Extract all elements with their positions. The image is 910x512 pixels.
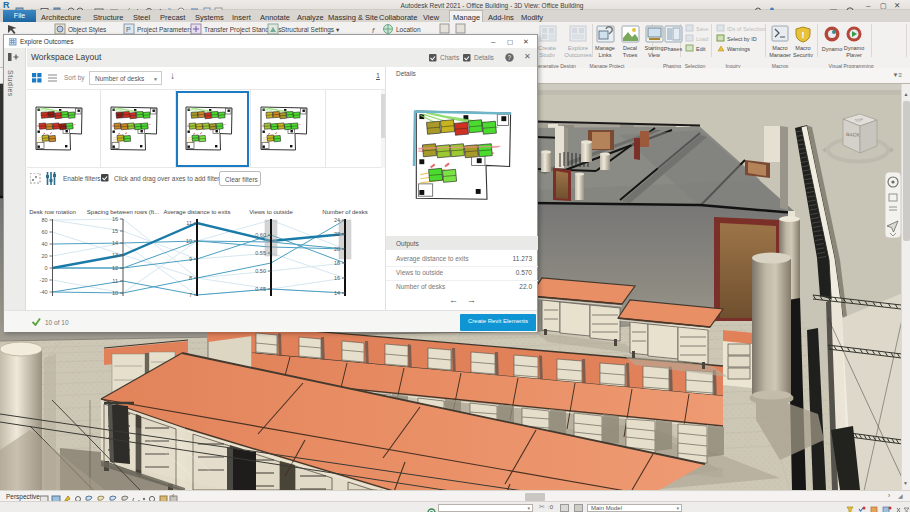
svg-text:Spacing between rows (ft...: Spacing between rows (ft... bbox=[87, 209, 160, 215]
svg-text:Desk row rotation: Desk row rotation bbox=[29, 209, 76, 215]
svg-text:-20: -20 bbox=[40, 277, 48, 283]
svg-text:Structural Settings ▾: Structural Settings ▾ bbox=[281, 26, 340, 34]
svg-text:0.60: 0.60 bbox=[255, 232, 266, 238]
svg-text:-40: -40 bbox=[40, 289, 48, 295]
svg-text:Edit: Edit bbox=[696, 46, 706, 52]
svg-text:16: 16 bbox=[334, 275, 340, 281]
svg-text:Phases: Phases bbox=[664, 46, 683, 52]
svg-text:20: 20 bbox=[41, 253, 47, 259]
svg-text:Create: Create bbox=[538, 45, 557, 51]
svg-text:14: 14 bbox=[112, 240, 118, 246]
svg-text:P: P bbox=[126, 26, 131, 33]
svg-text:Save: Save bbox=[696, 26, 709, 32]
svg-text:10: 10 bbox=[112, 290, 118, 296]
svg-text:Dynamo: Dynamo bbox=[822, 46, 842, 52]
svg-text:Manage: Manage bbox=[595, 45, 615, 51]
svg-text:9: 9 bbox=[189, 256, 192, 262]
svg-text:80: 80 bbox=[41, 217, 47, 223]
svg-text:Dynamo: Dynamo bbox=[844, 45, 864, 51]
svg-text:Average distance to exits: Average distance to exits bbox=[164, 209, 231, 215]
svg-text:Decal: Decal bbox=[623, 45, 637, 51]
svg-text:0.55: 0.55 bbox=[255, 250, 266, 256]
svg-text:Warnings: Warnings bbox=[727, 46, 750, 52]
svg-text:18: 18 bbox=[334, 260, 340, 266]
svg-text:0.50: 0.50 bbox=[255, 268, 266, 274]
svg-text:13: 13 bbox=[112, 252, 118, 258]
svg-text:IDs of Selection: IDs of Selection bbox=[727, 26, 766, 32]
svg-text:Starting: Starting bbox=[645, 45, 664, 51]
svg-text:0.45: 0.45 bbox=[255, 286, 266, 292]
svg-text:60: 60 bbox=[41, 229, 47, 235]
svg-text:Load: Load bbox=[696, 36, 708, 42]
svg-text:Select by ID: Select by ID bbox=[727, 36, 757, 42]
svg-text:Views to outside: Views to outside bbox=[249, 209, 293, 215]
svg-text:Macro: Macro bbox=[795, 45, 810, 51]
svg-text:8: 8 bbox=[189, 275, 192, 281]
svg-text:22: 22 bbox=[334, 231, 340, 237]
svg-text:16: 16 bbox=[112, 216, 118, 222]
svg-text:20: 20 bbox=[334, 246, 340, 252]
svg-text:40: 40 bbox=[41, 241, 47, 247]
svg-text:!: ! bbox=[802, 30, 805, 40]
svg-text:Object Styles: Object Styles bbox=[68, 26, 107, 34]
svg-text:12: 12 bbox=[112, 265, 118, 271]
svg-text:?: ? bbox=[508, 54, 512, 61]
svg-text:Project Parameters: Project Parameters bbox=[137, 26, 193, 34]
svg-text:15: 15 bbox=[112, 228, 118, 234]
svg-text:7: 7 bbox=[189, 292, 192, 298]
svg-text:0: 0 bbox=[44, 265, 47, 271]
svg-text:Number of desks: Number of desks bbox=[322, 209, 367, 215]
svg-text:24: 24 bbox=[334, 217, 340, 223]
svg-text:14: 14 bbox=[334, 290, 340, 296]
svg-text:Location: Location bbox=[396, 26, 421, 33]
svg-text:BACK: BACK bbox=[846, 131, 861, 138]
svg-text:11: 11 bbox=[112, 278, 118, 284]
svg-text:Explore: Explore bbox=[568, 45, 589, 51]
svg-text:11: 11 bbox=[186, 220, 192, 226]
svg-text:10: 10 bbox=[186, 238, 192, 244]
svg-text:Macro: Macro bbox=[772, 45, 787, 51]
